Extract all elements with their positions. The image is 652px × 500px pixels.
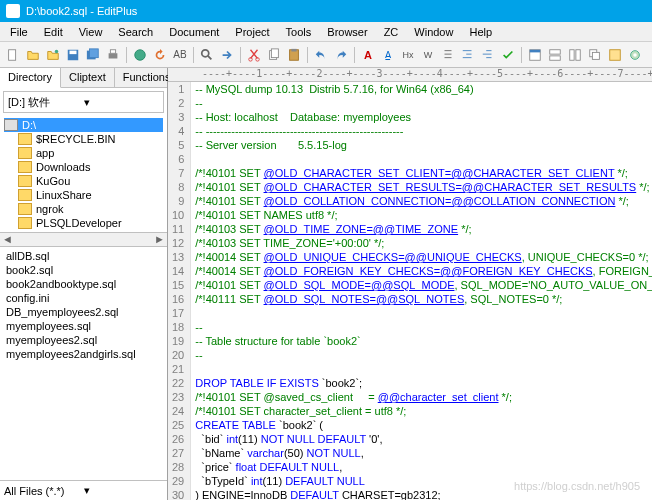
- drive-selector[interactable]: [D:] 软件 ▾: [3, 91, 164, 113]
- paste-icon[interactable]: [285, 46, 303, 64]
- file-list[interactable]: allDB.sqlbook2.sqlbook2andbooktype.sqlco…: [0, 246, 167, 480]
- menubar: FileEditViewSearchDocumentProjectToolsBr…: [0, 22, 652, 42]
- svg-point-1: [55, 49, 59, 53]
- tree-label: PLSQLDeveloper: [36, 217, 122, 229]
- open-remote-icon[interactable]: [44, 46, 62, 64]
- tab-directory[interactable]: Directory: [0, 68, 61, 88]
- tool-icon[interactable]: [606, 46, 624, 64]
- sidebar: DirectoryCliptextFunctions [D:] 软件 ▾ D:\…: [0, 68, 168, 500]
- save-icon[interactable]: [64, 46, 82, 64]
- cut-icon[interactable]: [245, 46, 263, 64]
- indent-icon[interactable]: [459, 46, 477, 64]
- menu-window[interactable]: Window: [406, 24, 461, 40]
- check-icon[interactable]: [499, 46, 517, 64]
- tree-item[interactable]: LinuxShare: [4, 188, 163, 202]
- tree-item[interactable]: app: [4, 146, 163, 160]
- file-item[interactable]: DB_myemployees2.sql: [4, 305, 163, 319]
- line-num-icon[interactable]: [439, 46, 457, 64]
- menu-edit[interactable]: Edit: [36, 24, 71, 40]
- filter-label: All Files (*.*): [4, 485, 84, 497]
- new-file-icon[interactable]: [4, 46, 22, 64]
- menu-document[interactable]: Document: [161, 24, 227, 40]
- open-icon[interactable]: [24, 46, 42, 64]
- svg-point-9: [202, 49, 209, 56]
- menu-browser[interactable]: Browser: [319, 24, 375, 40]
- file-item[interactable]: book2.sql: [4, 263, 163, 277]
- file-item[interactable]: config.ini: [4, 291, 163, 305]
- tree-item[interactable]: KuGou: [4, 174, 163, 188]
- tree-label: app: [36, 147, 54, 159]
- svg-rect-5: [90, 48, 99, 57]
- separator: [521, 47, 522, 63]
- print-icon[interactable]: [104, 46, 122, 64]
- menu-file[interactable]: File: [2, 24, 36, 40]
- svg-rect-3: [70, 50, 77, 54]
- svg-rect-34: [610, 49, 621, 60]
- file-item[interactable]: myemployees2.sql: [4, 333, 163, 347]
- tree-label: D:\: [22, 119, 36, 131]
- filter-icon[interactable]: AB: [171, 46, 189, 64]
- font-color-icon[interactable]: A: [359, 46, 377, 64]
- svg-rect-7: [110, 49, 115, 53]
- file-item[interactable]: myemployees2andgirls.sql: [4, 347, 163, 361]
- menu-help[interactable]: Help: [461, 24, 500, 40]
- code-lines[interactable]: -- MySQL dump 10.13 Distrib 5.7.16, for …: [191, 82, 652, 500]
- folder-icon: [18, 161, 32, 173]
- spell-icon[interactable]: A̲: [379, 46, 397, 64]
- menu-tools[interactable]: Tools: [278, 24, 320, 40]
- copy-icon[interactable]: [265, 46, 283, 64]
- menu-search[interactable]: Search: [110, 24, 161, 40]
- file-filter[interactable]: All Files (*.*) ▾: [0, 480, 167, 500]
- toolbar: AB A A̲ Hx W: [0, 42, 652, 68]
- drive-icon: [4, 119, 18, 131]
- menu-zc[interactable]: ZC: [376, 24, 407, 40]
- chevron-down-icon: ▾: [84, 484, 164, 497]
- tree-item[interactable]: Downloads: [4, 160, 163, 174]
- tree-item[interactable]: $RECYCLE.BIN: [4, 132, 163, 146]
- folder-icon: [18, 147, 32, 159]
- save-all-icon[interactable]: [84, 46, 102, 64]
- titlebar: D:\book2.sql - EditPlus: [0, 0, 652, 22]
- tree-label: LinuxShare: [36, 189, 92, 201]
- tree-scrollbar[interactable]: ◄►: [0, 232, 167, 246]
- folder-tree[interactable]: D:\$RECYCLE.BINappDownloadsKuGouLinuxSha…: [0, 116, 167, 232]
- separator: [126, 47, 127, 63]
- separator: [354, 47, 355, 63]
- menu-view[interactable]: View: [71, 24, 111, 40]
- wrap-icon[interactable]: W: [419, 46, 437, 64]
- tree-label: Downloads: [36, 161, 90, 173]
- code-area[interactable]: 1234567891011121314151617181920212223242…: [168, 82, 652, 500]
- folder-icon: [18, 133, 32, 145]
- tree-item[interactable]: PLSQLDeveloper: [4, 216, 163, 230]
- undo-icon[interactable]: [312, 46, 330, 64]
- tree-item[interactable]: ngrok: [4, 202, 163, 216]
- tree-item[interactable]: D:\: [4, 118, 163, 132]
- app-icon: [6, 4, 20, 18]
- svg-rect-31: [576, 49, 580, 60]
- file-item[interactable]: allDB.sql: [4, 249, 163, 263]
- separator: [240, 47, 241, 63]
- refresh-icon[interactable]: [151, 46, 169, 64]
- svg-point-36: [633, 53, 637, 57]
- settings-icon[interactable]: [626, 46, 644, 64]
- tab-cliptext[interactable]: Cliptext: [61, 68, 115, 87]
- svg-rect-30: [570, 49, 574, 60]
- outdent-icon[interactable]: [479, 46, 497, 64]
- svg-point-8: [135, 49, 146, 60]
- cascade-icon[interactable]: [586, 46, 604, 64]
- tile-h-icon[interactable]: [546, 46, 564, 64]
- redo-icon[interactable]: [332, 46, 350, 64]
- svg-rect-33: [592, 52, 599, 59]
- menu-project[interactable]: Project: [227, 24, 277, 40]
- window-icon[interactable]: [526, 46, 544, 64]
- main-area: DirectoryCliptextFunctions [D:] 软件 ▾ D:\…: [0, 68, 652, 500]
- hex-icon[interactable]: Hx: [399, 46, 417, 64]
- browser-icon[interactable]: [131, 46, 149, 64]
- file-item[interactable]: myemployees.sql: [4, 319, 163, 333]
- search-icon[interactable]: [198, 46, 216, 64]
- tile-v-icon[interactable]: [566, 46, 584, 64]
- sidebar-tabs: DirectoryCliptextFunctions: [0, 68, 167, 88]
- file-item[interactable]: book2andbooktype.sql: [4, 277, 163, 291]
- goto-icon[interactable]: [218, 46, 236, 64]
- folder-icon: [18, 217, 32, 229]
